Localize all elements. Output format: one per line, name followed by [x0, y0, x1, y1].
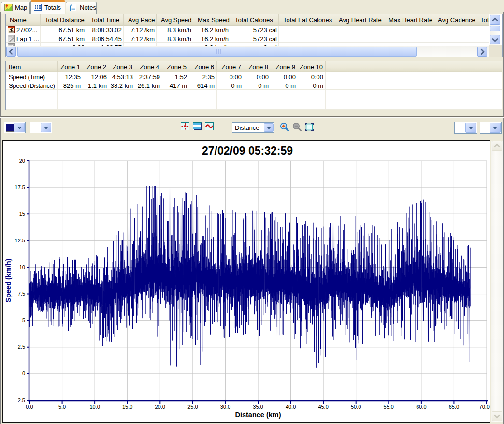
- svg-text:7.5: 7.5: [18, 291, 25, 297]
- svg-text:60.0: 60.0: [416, 404, 426, 410]
- svg-text:5.0: 5.0: [58, 404, 66, 410]
- svg-text:50.0: 50.0: [351, 404, 361, 410]
- svg-text:15: 15: [19, 211, 25, 217]
- svg-text:0.0: 0.0: [26, 404, 33, 410]
- svg-text:30.0: 30.0: [220, 404, 230, 410]
- svg-text:45.0: 45.0: [318, 404, 328, 410]
- svg-text:40.0: 40.0: [286, 404, 296, 410]
- svg-text:Speed (km/h): Speed (km/h): [4, 258, 12, 302]
- svg-text:Distance (km): Distance (km): [235, 411, 281, 419]
- svg-text:27/02/09 05:32:59: 27/02/09 05:32:59: [202, 144, 293, 157]
- svg-text:5: 5: [22, 317, 25, 323]
- svg-text:17.5: 17.5: [15, 184, 25, 190]
- svg-text:2.5: 2.5: [18, 344, 25, 350]
- svg-text:15.0: 15.0: [122, 404, 132, 410]
- svg-text:25.0: 25.0: [187, 404, 198, 410]
- svg-text:10: 10: [19, 264, 25, 270]
- svg-text:12.5: 12.5: [15, 238, 25, 243]
- svg-text:65.0: 65.0: [449, 404, 459, 410]
- svg-text:-2.5: -2.5: [16, 397, 25, 403]
- svg-text:0: 0: [22, 370, 25, 376]
- svg-text:10.0: 10.0: [89, 404, 100, 410]
- svg-text:55.0: 55.0: [384, 404, 394, 410]
- svg-text:35.0: 35.0: [253, 404, 263, 410]
- svg-text:20.0: 20.0: [155, 404, 165, 410]
- svg-text:70.0: 70.0: [479, 404, 490, 410]
- svg-text:20: 20: [19, 158, 25, 164]
